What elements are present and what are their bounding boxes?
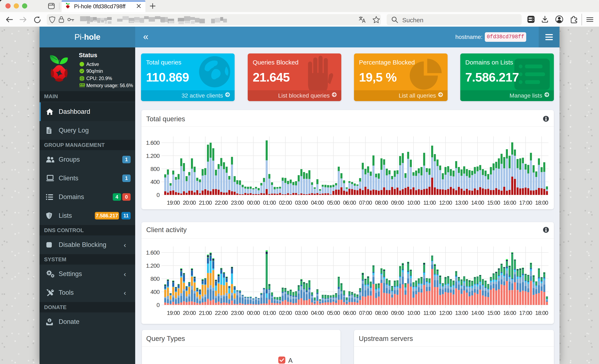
svg-text:19:00: 19:00 [167,310,180,316]
svg-text:23:00: 23:00 [231,310,244,316]
svg-text:13:00: 13:00 [455,200,468,206]
svg-text:02:00: 02:00 [279,200,292,206]
svg-text:11:00: 11:00 [423,310,436,316]
svg-text:21:00: 21:00 [199,310,212,316]
svg-text:23:00: 23:00 [231,200,244,206]
svg-text:04:00: 04:00 [311,200,324,206]
svg-text:400: 400 [150,179,159,185]
svg-text:10:00: 10:00 [407,310,420,316]
svg-text:20:00: 20:00 [183,310,196,316]
svg-text:01:00: 01:00 [263,310,276,316]
svg-text:09:00: 09:00 [391,200,404,206]
svg-text:800: 800 [150,275,159,282]
svg-text:18:00: 18:00 [535,310,548,316]
svg-text:1.600: 1.600 [146,249,159,256]
svg-text:07:00: 07:00 [359,200,372,206]
svg-text:12:00: 12:00 [439,310,452,316]
svg-text:16:00: 16:00 [503,310,516,316]
svg-text:20:00: 20:00 [183,200,196,206]
svg-text:06:00: 06:00 [343,310,356,316]
svg-text:19:00: 19:00 [167,200,180,206]
svg-text:15:00: 15:00 [487,200,500,206]
svg-text:08:00: 08:00 [375,200,388,206]
svg-text:05:00: 05:00 [327,310,340,316]
svg-text:16:00: 16:00 [503,200,516,206]
svg-text:15:00: 15:00 [487,310,500,316]
svg-text:00:00: 00:00 [247,310,260,316]
svg-text:22:00: 22:00 [215,200,228,206]
svg-text:06:00: 06:00 [343,200,356,206]
svg-text:08:00: 08:00 [375,310,388,316]
svg-text:09:00: 09:00 [391,310,404,316]
svg-text:0: 0 [156,302,159,308]
svg-text:0: 0 [156,192,159,198]
svg-text:02:00: 02:00 [279,310,292,316]
svg-text:22:00: 22:00 [215,310,228,316]
svg-text:14:00: 14:00 [471,200,484,206]
svg-text:07:00: 07:00 [359,310,372,316]
svg-text:03:00: 03:00 [295,200,308,206]
svg-text:12:00: 12:00 [439,200,452,206]
svg-text:14:00: 14:00 [471,310,484,316]
svg-text:13:00: 13:00 [455,310,468,316]
svg-text:21:00: 21:00 [199,200,212,206]
svg-text:11:00: 11:00 [423,200,436,206]
svg-text:18:00: 18:00 [535,200,548,206]
svg-text:04:00: 04:00 [311,310,324,316]
svg-text:10:00: 10:00 [407,200,420,206]
svg-text:800: 800 [150,166,159,172]
svg-text:01:00: 01:00 [263,200,276,206]
svg-text:00:00: 00:00 [247,200,260,206]
svg-text:1.200: 1.200 [146,153,159,159]
svg-text:17:00: 17:00 [519,200,532,206]
svg-text:400: 400 [150,289,159,295]
svg-text:1.600: 1.600 [146,140,159,146]
svg-text:1.200: 1.200 [146,263,159,269]
svg-text:05:00: 05:00 [327,200,340,206]
svg-text:17:00: 17:00 [519,310,532,316]
svg-text:03:00: 03:00 [295,310,308,316]
